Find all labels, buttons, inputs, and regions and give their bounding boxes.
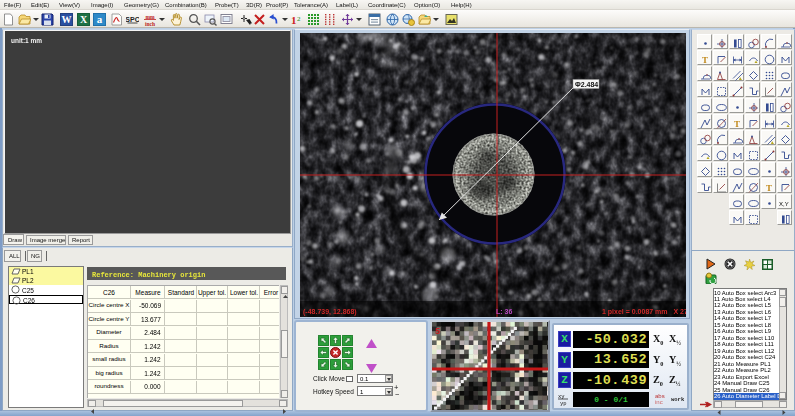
- svg-text:T: T: [766, 183, 772, 193]
- svg-text:2: 2: [297, 15, 301, 23]
- svg-text:SPC: SPC: [126, 16, 139, 23]
- svg-text:yp: yp: [560, 400, 567, 406]
- svg-text:1: 1: [291, 14, 297, 26]
- svg-text:X: X: [80, 14, 88, 25]
- svg-text:a: a: [97, 13, 103, 25]
- svg-text:1 pixel = 0.0087 mm X 27.2: 1 pixel = 0.0087 mm X 27.2: [602, 308, 686, 316]
- svg-text:Φ2.484: Φ2.484: [575, 81, 598, 88]
- svg-text:W: W: [62, 14, 72, 25]
- svg-text:T: T: [702, 55, 708, 65]
- svg-text:T: T: [734, 119, 740, 129]
- svg-text:inch: inch: [145, 21, 155, 27]
- svg-text:5: 5: [435, 326, 440, 336]
- svg-text:(-48.739, 12.868): (-48.739, 12.868): [303, 308, 357, 316]
- svg-text:L: 36: L: 36: [496, 308, 512, 315]
